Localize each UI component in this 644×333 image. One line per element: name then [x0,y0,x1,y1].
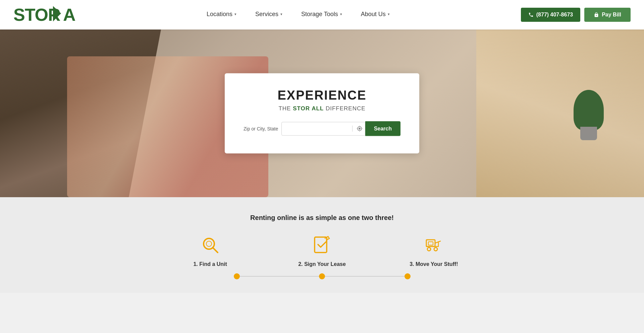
steps-line-1 [240,276,319,277]
pay-bill-button[interactable]: Pay Bill [584,8,631,22]
svg-point-12 [434,247,437,251]
logo[interactable]: STOR ALL [13,3,75,26]
steps-heading: Renting online is as simple as one two t… [13,214,631,222]
svg-point-5 [206,241,212,246]
hero-subtitle: THE STOR ALL DIFFERENCE [244,105,400,112]
nav-about-us[interactable]: About Us ▾ [352,0,399,30]
svg-text:ALL: ALL [63,5,75,24]
sign-lease-icon [311,234,333,257]
step-sign-lease: 2. Sign Your Lease [266,234,378,267]
svg-point-11 [427,247,431,251]
chevron-down-icon: ▾ [388,12,390,16]
step-sign-lease-label: 2. Sign Your Lease [298,261,346,267]
steps-line-2 [325,276,405,277]
phone-icon [528,12,534,17]
steps-row: 1. Find a Unit 2. Sign Your Lease [154,234,490,267]
step-move-stuff-label: 3. Move Your Stuff! [410,261,458,267]
step-find-unit-label: 1. Find a Unit [193,261,227,267]
chevron-down-icon: ▾ [280,12,282,16]
locate-button[interactable] [352,126,365,132]
header-actions: (877) 407-8673 Pay Bill [521,8,631,22]
move-stuff-icon [422,234,445,257]
search-input[interactable] [282,122,352,135]
nav-storage-tools[interactable]: Storage Tools ▾ [292,0,352,30]
hero-title: EXPERIENCE [244,88,400,103]
nav-services[interactable]: Services ▾ [246,0,292,30]
logo-text: STOR ALL [13,3,75,26]
hero-section: EXPERIENCE THE STOR ALL DIFFERENCE Zip o… [0,30,644,197]
step-dot-1 [234,273,240,279]
steps-section: Renting online is as simple as one two t… [0,197,644,293]
chevron-down-icon: ▾ [340,12,342,16]
svg-rect-9 [428,242,433,245]
step-move-stuff: 3. Move Your Stuff! [378,234,490,267]
step-dot-2 [319,273,325,279]
site-header: STOR ALL Locations ▾ Services ▾ Storage … [0,0,644,30]
search-label: Zip or City, State [244,126,278,131]
location-icon [357,126,363,132]
svg-line-4 [213,247,218,253]
search-button[interactable]: Search [365,121,400,136]
find-unit-icon [199,234,222,257]
nav-locations[interactable]: Locations ▾ [197,0,246,30]
search-row: Zip or City, State Search [244,121,400,136]
steps-connector [154,273,490,279]
lock-icon [594,12,599,17]
hero-plant-decoration [574,90,604,130]
main-nav: Locations ▾ Services ▾ Storage Tools ▾ A… [197,0,399,30]
svg-rect-6 [315,237,327,253]
chevron-down-icon: ▾ [234,12,236,16]
search-card: EXPERIENCE THE STOR ALL DIFFERENCE Zip o… [225,73,419,154]
svg-line-10 [435,241,440,243]
phone-button[interactable]: (877) 407-8673 [521,8,580,22]
hero-figure-right [476,30,644,197]
step-find-unit: 1. Find a Unit [154,234,266,267]
step-dot-3 [405,273,411,279]
search-input-wrap [281,122,365,135]
